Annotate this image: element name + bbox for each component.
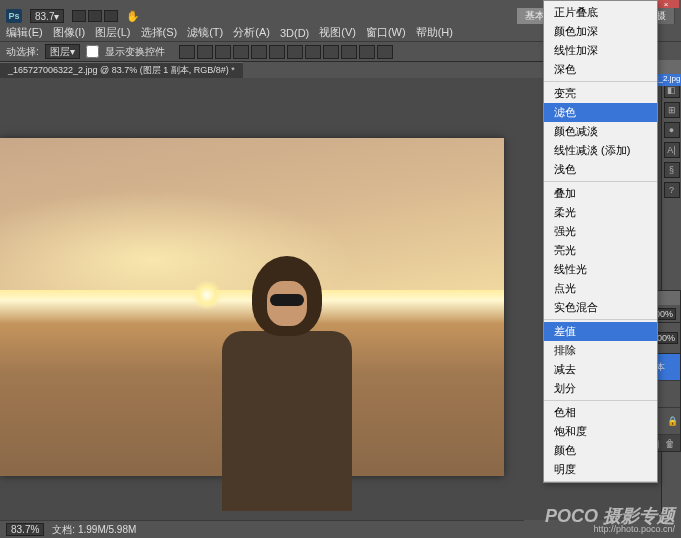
align-icon[interactable] — [215, 45, 231, 59]
distribute-icon[interactable] — [305, 45, 321, 59]
blend-exclusion[interactable]: 排除 — [544, 341, 657, 360]
arrange-icon[interactable] — [104, 10, 118, 22]
tool-icon[interactable]: § — [664, 162, 680, 178]
view-mode-icon[interactable] — [72, 10, 86, 22]
blend-color[interactable]: 颜色 — [544, 441, 657, 460]
blend-darker-color[interactable]: 深色 — [544, 60, 657, 79]
blend-hard-mix[interactable]: 实色混合 — [544, 298, 657, 317]
distribute-icon[interactable] — [359, 45, 375, 59]
target-layer-select[interactable]: 图层 ▾ — [45, 44, 80, 59]
menu-3d[interactable]: 3D(D) — [280, 27, 309, 39]
blend-subtract[interactable]: 减去 — [544, 360, 657, 379]
blend-linear-burn[interactable]: 线性加深 — [544, 41, 657, 60]
blend-linear-dodge[interactable]: 线性减淡 (添加) — [544, 141, 657, 160]
align-icon[interactable] — [269, 45, 285, 59]
blend-lighter-color[interactable]: 浅色 — [544, 160, 657, 179]
document-image — [0, 138, 504, 476]
menu-help[interactable]: 帮助(H) — [416, 25, 453, 40]
app-icon: Ps — [6, 9, 22, 23]
menu-edit[interactable]: 编辑(E) — [6, 25, 43, 40]
lock-icon: 🔒 — [667, 416, 678, 426]
blend-color-dodge[interactable]: 颜色减淡 — [544, 122, 657, 141]
blend-hard-light[interactable]: 强光 — [544, 222, 657, 241]
distribute-icon[interactable] — [287, 45, 303, 59]
distribute-icon[interactable] — [341, 45, 357, 59]
blend-screen[interactable]: 滤色 — [544, 103, 657, 122]
blend-pin-light[interactable]: 点光 — [544, 279, 657, 298]
blend-overlay[interactable]: 叠加 — [544, 184, 657, 203]
tool-icon[interactable]: ● — [664, 122, 680, 138]
blend-multiply[interactable]: 正片叠底 — [544, 3, 657, 22]
zoom-selector[interactable]: 83.7 ▾ — [30, 9, 64, 23]
distribute-icon[interactable] — [323, 45, 339, 59]
show-transform-label: 显示变换控件 — [105, 45, 165, 59]
align-icon[interactable] — [251, 45, 267, 59]
menu-layer[interactable]: 图层(L) — [95, 25, 130, 40]
tool-icon[interactable]: A| — [664, 142, 680, 158]
align-icon[interactable] — [233, 45, 249, 59]
document-tab[interactable]: _165727006322_2.jpg @ 83.7% (图层 1 副本, RG… — [0, 62, 243, 78]
blend-luminosity[interactable]: 明度 — [544, 460, 657, 479]
show-transform-checkbox[interactable] — [86, 45, 99, 58]
blend-linear-light[interactable]: 线性光 — [544, 260, 657, 279]
screen-mode-icon[interactable] — [88, 10, 102, 22]
blend-hue[interactable]: 色相 — [544, 403, 657, 422]
status-zoom[interactable]: 83.7% — [6, 523, 44, 536]
menu-select[interactable]: 选择(S) — [141, 25, 178, 40]
blend-saturation[interactable]: 饱和度 — [544, 422, 657, 441]
tool-icon[interactable]: ? — [664, 182, 680, 198]
tool-icon[interactable]: ⊞ — [664, 102, 680, 118]
blend-divide[interactable]: 划分 — [544, 379, 657, 398]
blend-color-burn[interactable]: 颜色加深 — [544, 22, 657, 41]
blend-soft-light[interactable]: 柔光 — [544, 203, 657, 222]
blend-difference[interactable]: 差值 — [544, 322, 657, 341]
menu-view[interactable]: 视图(V) — [319, 25, 356, 40]
distribute-icon[interactable] — [377, 45, 393, 59]
trash-icon[interactable]: 🗑 — [664, 437, 676, 449]
align-icon[interactable] — [197, 45, 213, 59]
menu-filter[interactable]: 滤镜(T) — [187, 25, 223, 40]
menu-window[interactable]: 窗口(W) — [366, 25, 406, 40]
blend-lighten[interactable]: 变亮 — [544, 84, 657, 103]
menu-image[interactable]: 图像(I) — [53, 25, 85, 40]
status-doc-size: 文档: 1.99M/5.98M — [52, 523, 136, 537]
blend-vivid-light[interactable]: 亮光 — [544, 241, 657, 260]
menu-analysis[interactable]: 分析(A) — [233, 25, 270, 40]
blend-mode-menu[interactable]: 正片叠底 颜色加深 线性加深 深色 变亮 滤色 颜色减淡 线性减淡 (添加) 浅… — [543, 0, 658, 483]
align-icon[interactable] — [179, 45, 195, 59]
options-label: 动选择: — [6, 45, 39, 59]
hand-icon[interactable]: ✋ — [126, 10, 140, 23]
